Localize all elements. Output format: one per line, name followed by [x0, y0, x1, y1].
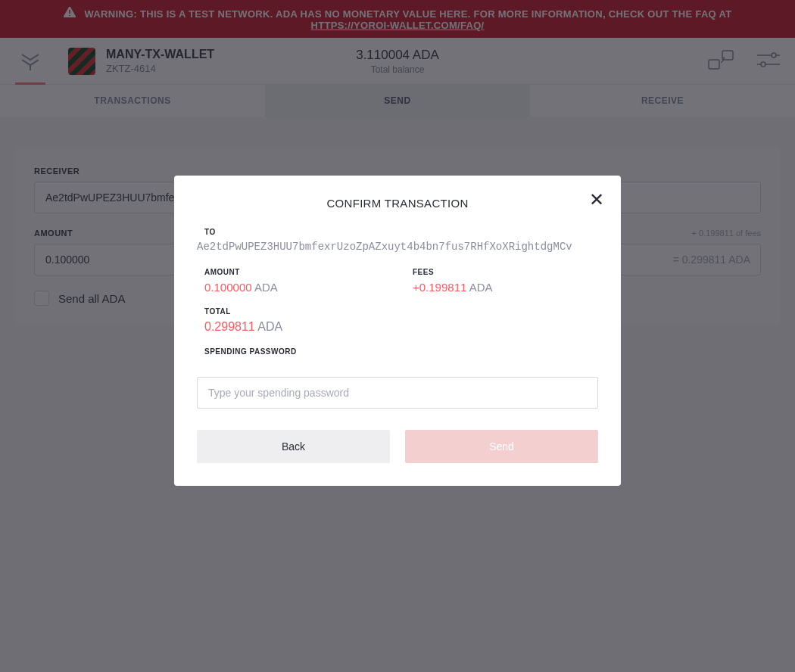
- modal-title: CONFIRM TRANSACTION: [197, 197, 598, 210]
- modal-to-address: Ae2tdPwUPEZ3HUU7bmfexrUzoZpAZxuyt4b4bn7f…: [197, 241, 598, 253]
- spending-password-label: SPENDING PASSWORD: [204, 347, 591, 356]
- modal-overlay[interactable]: CONFIRM TRANSACTION ✕ TO Ae2tdPwUPEZ3HUU…: [0, 0, 795, 672]
- spending-password-input[interactable]: [197, 377, 598, 409]
- close-icon[interactable]: ✕: [589, 191, 604, 209]
- modal-total-label: TOTAL: [204, 307, 591, 316]
- send-button[interactable]: Send: [405, 430, 598, 463]
- modal-fees-label: FEES: [413, 268, 591, 276]
- modal-fees-value: +0.199811 ADA: [413, 281, 591, 294]
- modal-amount-label: AMOUNT: [204, 268, 382, 276]
- confirm-transaction-modal: CONFIRM TRANSACTION ✕ TO Ae2tdPwUPEZ3HUU…: [174, 176, 621, 486]
- modal-total-value: 0.299811 ADA: [204, 320, 591, 334]
- modal-to-label: TO: [204, 228, 591, 236]
- back-button[interactable]: Back: [197, 430, 390, 463]
- modal-amount-value: 0.100000 ADA: [204, 281, 382, 294]
